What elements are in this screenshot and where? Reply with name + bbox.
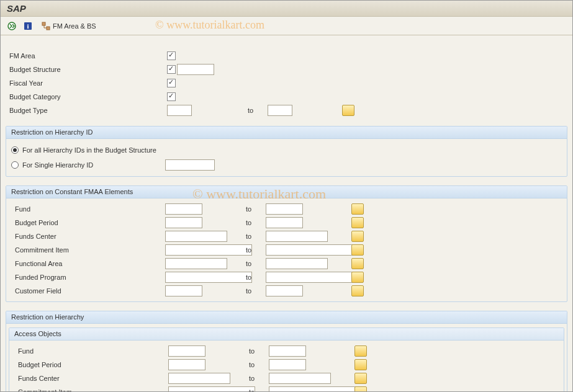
customer-field-multi-select-button[interactable]	[351, 285, 364, 296]
ao-funds-center-from-input[interactable]	[168, 373, 230, 384]
funded-program-to-label: to	[246, 274, 261, 281]
budget-type-to-label: to	[248, 107, 263, 114]
ao-budget-period-multi-select-button[interactable]	[354, 359, 367, 370]
funded-program-to-input[interactable]	[266, 272, 353, 283]
ao-funds-center-multi-select-button[interactable]	[354, 373, 367, 384]
ao-budget-period-from-input[interactable]	[168, 359, 205, 370]
ao-fund-label: Fund	[14, 347, 168, 355]
group-access-objects-title: Access Objects	[9, 328, 564, 341]
ao-budget-period-to-label: to	[249, 361, 264, 368]
funds-center-from-input[interactable]	[165, 231, 227, 242]
budget-category-label: Budget Category	[6, 93, 167, 100]
ao-commitment-item-multi-select-button[interactable]	[354, 386, 367, 392]
fiscal-year-label: Fiscal Year	[6, 79, 167, 87]
commitment-item-to-input[interactable]	[266, 244, 353, 256]
commitment-item-from-input[interactable]	[165, 244, 252, 256]
radio-all-hierarchy-ids[interactable]	[11, 146, 19, 154]
ao-fund-to-input[interactable]	[269, 345, 306, 357]
fund-label: Fund	[11, 205, 165, 213]
ao-commitment-item-label: Commitment Item	[14, 388, 168, 392]
ao-fund-multi-select-button[interactable]	[354, 345, 367, 357]
toolbar: i FM Area & BS	[1, 17, 572, 35]
execute-icon[interactable]	[6, 20, 18, 32]
functional-area-to-label: to	[246, 260, 261, 267]
budget-period-to-label: to	[246, 219, 261, 226]
group-access-objects: Access Objects Fund to Budget Period to	[9, 327, 564, 392]
funds-center-multi-select-button[interactable]	[351, 231, 364, 242]
fiscal-year-checkbox[interactable]	[167, 79, 176, 87]
ao-fund-from-input[interactable]	[168, 345, 205, 357]
svg-text:i: i	[27, 22, 29, 30]
radio-single-hierarchy-id[interactable]	[11, 161, 19, 169]
funded-program-multi-select-button[interactable]	[351, 272, 364, 283]
functional-area-from-input[interactable]	[165, 258, 227, 269]
functional-area-to-input[interactable]	[266, 258, 328, 269]
ao-funds-center-to-label: to	[249, 375, 264, 382]
fm-area-bs-button[interactable]: FM Area & BS	[38, 20, 100, 32]
fm-area-bs-icon	[42, 22, 50, 30]
budget-period-label: Budget Period	[11, 219, 165, 226]
budget-period-to-input[interactable]	[266, 217, 303, 228]
ao-budget-period-label: Budget Period	[14, 361, 168, 368]
fm-area-checkbox[interactable]	[167, 51, 176, 60]
customer-field-label: Customer Field	[11, 287, 165, 295]
budget-type-label: Budget Type	[6, 107, 167, 114]
budget-category-checkbox[interactable]	[167, 92, 176, 101]
customer-field-from-input[interactable]	[165, 285, 202, 296]
funds-center-to-label: to	[246, 233, 261, 240]
group-restriction-hierarchy-id-title: Restriction on Hierarchy ID	[6, 127, 567, 139]
info-icon[interactable]: i	[22, 20, 34, 32]
ao-commitment-item-from-input[interactable]	[168, 386, 255, 392]
budget-type-to-input[interactable]	[268, 105, 292, 116]
commitment-item-multi-select-button[interactable]	[351, 244, 364, 256]
fund-multi-select-button[interactable]	[351, 203, 364, 215]
group-constant-fmaa: Restriction on Constant FMAA Elements Fu…	[6, 185, 567, 302]
group-constant-fmaa-title: Restriction on Constant FMAA Elements	[6, 186, 567, 198]
funded-program-from-input[interactable]	[165, 272, 252, 283]
budget-period-from-input[interactable]	[165, 217, 202, 228]
fund-to-input[interactable]	[266, 203, 303, 215]
group-restriction-hierarchy-id: Restriction on Hierarchy ID For all Hier…	[6, 126, 567, 177]
window-title: SAP	[7, 3, 26, 14]
budget-structure-checkbox[interactable]	[167, 65, 176, 74]
ao-funds-center-label: Funds Center	[14, 375, 168, 382]
group-restriction-hierarchy: Restriction on Hierarchy Access Objects …	[6, 311, 567, 392]
commitment-item-to-label: to	[246, 246, 261, 254]
ao-funds-center-to-input[interactable]	[269, 373, 331, 384]
svg-rect-3	[42, 22, 45, 25]
budget-structure-label: Budget Structure	[6, 66, 167, 73]
group-restriction-hierarchy-title: Restriction on Hierarchy	[6, 311, 567, 324]
commitment-item-label: Commitment Item	[11, 246, 165, 254]
ao-commitment-item-to-input[interactable]	[269, 386, 356, 392]
ao-budget-period-to-input[interactable]	[269, 359, 306, 370]
budget-type-from-input[interactable]	[167, 105, 192, 116]
ao-fund-to-label: to	[249, 347, 264, 355]
radio-all-hierarchy-ids-label: For all Hierarchy IDs in the Budget Stru…	[22, 146, 156, 154]
fm-area-label: FM Area	[6, 52, 167, 60]
fm-area-bs-label: FM Area & BS	[53, 22, 96, 30]
budget-period-multi-select-button[interactable]	[351, 217, 364, 228]
fund-from-input[interactable]	[165, 203, 202, 215]
funded-program-label: Funded Program	[11, 274, 165, 281]
customer-field-to-label: to	[246, 287, 261, 295]
budget-type-multi-select-button[interactable]	[342, 105, 354, 116]
funds-center-label: Funds Center	[11, 233, 165, 240]
budget-structure-input[interactable]	[177, 64, 214, 75]
functional-area-label: Functional Area	[11, 260, 165, 267]
fund-to-label: to	[246, 205, 261, 213]
functional-area-multi-select-button[interactable]	[351, 258, 364, 269]
customer-field-to-input[interactable]	[266, 285, 303, 296]
ao-commitment-item-to-label: to	[249, 388, 264, 392]
svg-rect-4	[47, 27, 50, 30]
funds-center-to-input[interactable]	[266, 231, 328, 242]
radio-single-hierarchy-id-label: For Single Hierarchy ID	[22, 161, 165, 169]
window-title-bar: SAP	[1, 1, 572, 17]
content-area: FM Area Budget Structure Fiscal Year Bud…	[1, 35, 572, 392]
single-hierarchy-id-input[interactable]	[165, 159, 215, 171]
